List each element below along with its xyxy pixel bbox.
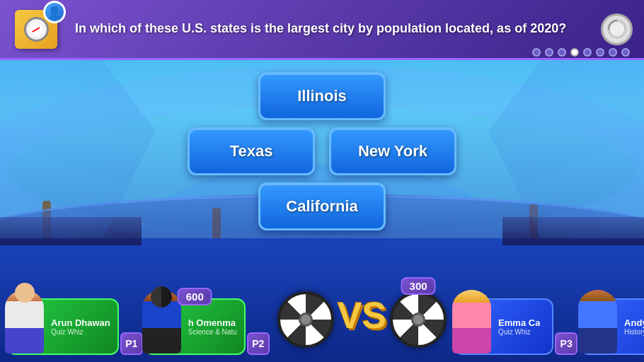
- question-icon: 👤: [11, 4, 61, 54]
- dot-7: [609, 48, 617, 57]
- question-text: In which of these U.S. states is the lar…: [61, 21, 601, 37]
- dot-4-active: [570, 48, 579, 57]
- answer-row-1: Illinois: [258, 72, 386, 120]
- player-1-card-bg: Arun Dhawan Quiz Whiz: [7, 298, 119, 355]
- player-4-name: Andy Thomps: [624, 317, 644, 328]
- vs-label: VS: [338, 297, 386, 334]
- answer-california[interactable]: California: [258, 182, 386, 230]
- player-3-card-bg: Emma Ca Quiz Whiz: [454, 298, 553, 355]
- player-4-card-wrapper: Andy Thomps History Fan: [580, 298, 644, 355]
- vs-section: VS: [338, 297, 386, 355]
- player-3-name: Emma Ca: [498, 317, 540, 328]
- player-4-role: History Fan: [624, 328, 644, 336]
- dot-6: [596, 48, 604, 57]
- answer-new-york[interactable]: New York: [329, 127, 456, 175]
- dot-8: [621, 48, 630, 57]
- player-2-info: h Omenma Science & Natu: [188, 317, 237, 336]
- compass-needle: [32, 27, 40, 33]
- player-2-section: 600 h Omenma Science & Natu P2: [144, 288, 338, 355]
- avatar-p2-figure: [142, 290, 181, 354]
- player-3-role: Quiz Whiz: [498, 328, 540, 336]
- player-bar: Arun Dhawan Quiz Whiz P1 600: [0, 238, 644, 362]
- player-4-info: Andy Thomps History Fan: [624, 317, 644, 336]
- avatar-p1-figure: [5, 290, 44, 354]
- player-2-role: Science & Natu: [188, 328, 237, 336]
- player-1-info: Arun Dhawan Quiz Whiz: [51, 317, 110, 336]
- wheel-right-center: [411, 313, 425, 327]
- player-2-card-bg: h Omenma Science & Natu: [144, 298, 246, 355]
- player-2-card-wrapper: 600 h Omenma Science & Natu: [144, 298, 246, 355]
- answer-choices: Illinois Texas New York California: [0, 67, 644, 235]
- team-right: 300 Emma Ca Quiz Whiz P3: [386, 288, 644, 355]
- player-1-role: Quiz Whiz: [51, 328, 110, 336]
- answer-row-3: California: [258, 182, 386, 230]
- wheel-left-center: [299, 313, 313, 327]
- player-2-badge: P2: [247, 332, 270, 355]
- player-1-name: Arun Dhawan: [51, 317, 110, 328]
- category-player-icon: 👤: [43, 1, 66, 23]
- player-1-section: Arun Dhawan Quiz Whiz P1: [7, 298, 143, 355]
- player-4-avatar: [571, 283, 624, 354]
- player-4-section: Andy Thomps History Fan P4: [580, 298, 644, 355]
- player-3-section: 300 Emma Ca Quiz Whiz P3: [386, 288, 577, 355]
- avatar-p3-figure: [452, 290, 491, 354]
- player-1-card-wrapper: Arun Dhawan Quiz Whiz: [7, 298, 119, 355]
- avatar-p1-head: [15, 283, 35, 303]
- answer-texas[interactable]: Texas: [188, 127, 315, 175]
- player-1-avatar: [0, 283, 51, 354]
- dot-5: [583, 48, 592, 57]
- team-left: Arun Dhawan Quiz Whiz P1 600: [0, 288, 338, 355]
- avatar-p2-hair: [151, 286, 172, 308]
- compass-icon: [24, 17, 49, 42]
- wheel-left: [274, 288, 338, 351]
- player-4-card-bg: Andy Thomps History Fan: [580, 298, 644, 355]
- player-3-avatar: [445, 283, 498, 354]
- progress-dots: [532, 48, 630, 57]
- player-2-score: 600: [178, 288, 212, 305]
- player-3-info: Emma Ca Quiz Whiz: [498, 317, 540, 336]
- dot-1: [532, 48, 541, 57]
- player-3-score: 300: [401, 277, 436, 295]
- player-2-name: h Omenma: [188, 317, 237, 328]
- answer-illinois[interactable]: Illinois: [258, 72, 386, 120]
- timer-svg: [606, 18, 628, 40]
- player-3-card-wrapper: Emma Ca Quiz Whiz: [454, 298, 553, 355]
- dot-3: [558, 48, 566, 57]
- avatar-p4-figure: [578, 290, 617, 354]
- answer-row-2: Texas New York: [188, 127, 456, 175]
- timer-circle: [601, 13, 633, 45]
- dot-2: [545, 48, 553, 57]
- wheel-right: 300: [386, 288, 450, 351]
